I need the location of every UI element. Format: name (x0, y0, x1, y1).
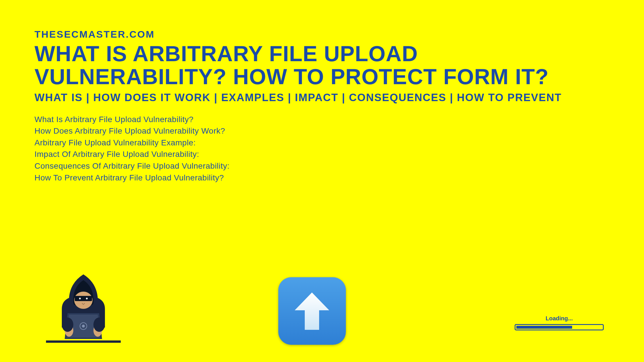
graphics-row: Loading... (0, 266, 644, 345)
progress-fill (516, 326, 572, 329)
svg-rect-0 (46, 340, 121, 343)
svg-point-4 (86, 298, 88, 299)
topic-item: What Is Arbitrary File Upload Vulnerabil… (34, 114, 610, 126)
topic-item: Consequences Of Arbitrary File Upload Vu… (34, 160, 610, 172)
topic-item: How Does Arbitrary File Upload Vulnerabi… (34, 125, 610, 137)
topic-item: Arbitrary File Upload Vulnerability Exam… (34, 137, 610, 149)
topics-list: What Is Arbitrary File Upload Vulnerabil… (34, 114, 610, 184)
hacker-icon (40, 266, 126, 345)
subtitle: WHAT IS | HOW DOES IT WORK | EXAMPLES | … (34, 92, 610, 104)
loading-section: Loading... (515, 315, 604, 330)
site-name: THESECMASTER.COM (34, 29, 610, 40)
svg-rect-2 (75, 296, 92, 301)
loading-label: Loading... (546, 315, 573, 322)
svg-point-9 (62, 317, 73, 332)
svg-point-3 (79, 298, 81, 299)
svg-point-6 (82, 325, 85, 328)
main-title: WHAT IS ARBITRARY FILE UPLOAD VULNERABIL… (34, 42, 610, 88)
progress-bar (515, 324, 604, 330)
topic-item: Impact Of Arbitrary File Upload Vulnerab… (34, 149, 610, 160)
upload-icon (278, 277, 346, 345)
svg-point-10 (93, 317, 105, 332)
topic-item: How To Prevent Arbitrary File Upload Vul… (34, 172, 610, 184)
